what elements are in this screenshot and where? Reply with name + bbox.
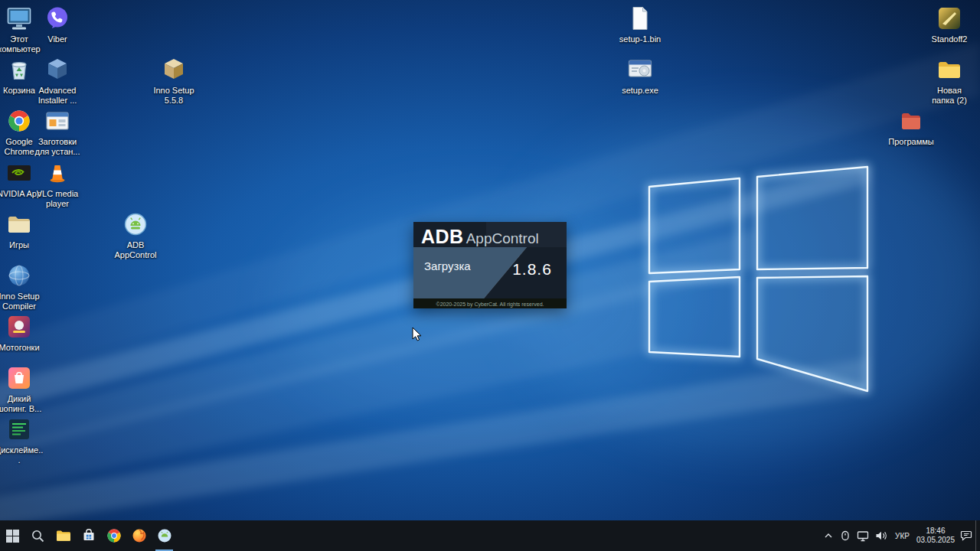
icon-label: Новая папка (2) <box>925 86 974 105</box>
desktop-icon-programs[interactable]: Программы <box>887 107 936 147</box>
windows-logo-icon <box>6 530 19 543</box>
icon-label: setup.exe <box>622 86 658 96</box>
adb-appcontrol-splash: ADBAppControl Загрузка 1.8.6 ©2020-2025 … <box>413 222 567 308</box>
show-desktop-button[interactable] <box>975 520 980 551</box>
file-explorer-button[interactable] <box>51 520 76 551</box>
light-folder-icon <box>5 210 33 238</box>
search-button[interactable] <box>25 520 51 551</box>
desktop-icon-zagotovki[interactable]: Заготовки для устан... <box>33 107 82 156</box>
icon-label: Мотогонки <box>0 343 40 353</box>
tray-overflow-button[interactable] <box>820 520 837 551</box>
green-text-file-icon <box>5 416 33 443</box>
icon-label: Программы <box>888 137 933 147</box>
desktop-icon-vlc[interactable]: VLC media player <box>33 159 82 208</box>
app-window-icon <box>44 107 71 135</box>
icon-label: Корзина <box>3 86 35 96</box>
desktop-icon-setup-exe[interactable]: setup.exe <box>616 56 665 96</box>
microsoft-store-button[interactable] <box>76 520 101 551</box>
document-icon <box>626 5 654 32</box>
chrome-icon <box>106 528 122 543</box>
network-button[interactable] <box>854 520 872 551</box>
desktop-icon-advanced-installer[interactable]: Advanced Installer ... <box>33 56 82 105</box>
volume-button[interactable] <box>872 520 890 551</box>
adb-appcontrol-icon <box>157 528 172 543</box>
desktop-icon-games[interactable]: Игры <box>0 210 44 250</box>
icon-label: Viber <box>47 34 67 44</box>
icon-label: VLC media player <box>33 189 82 208</box>
installer-icon <box>626 56 654 83</box>
recycle-bin-icon <box>5 56 33 83</box>
clock-date: 03.05.2025 <box>916 536 955 545</box>
shopping-game-icon <box>5 364 33 392</box>
vlc-cone-icon <box>44 159 71 187</box>
standoff2-icon <box>936 5 963 32</box>
chrome-taskbar-button[interactable] <box>101 520 126 551</box>
desktop-icon-new-folder-2[interactable]: Новая папка (2) <box>925 56 974 105</box>
splash-app-title: ADBAppControl <box>421 226 539 248</box>
splash-title-bold: ADB <box>421 226 464 247</box>
search-icon <box>31 530 44 543</box>
language-indicator[interactable]: УКР <box>890 532 914 540</box>
clock-time: 18:46 <box>926 527 945 536</box>
firefox-taskbar-button[interactable] <box>126 520 152 551</box>
mouse-icon <box>840 530 851 541</box>
start-button[interactable] <box>0 520 25 551</box>
desktop-icon-disclaimer[interactable]: Дисклейме... <box>0 416 44 465</box>
icon-label: Inno Setup Compiler <box>0 292 44 311</box>
desktop-icon-inno-setup-558[interactable]: Inno Setup 5.5.8 <box>149 56 198 105</box>
chrome-icon <box>5 107 33 135</box>
icon-label: Игры <box>9 240 29 250</box>
inno-setup-box-icon <box>160 56 188 83</box>
red-folder-icon <box>897 107 925 135</box>
racing-game-icon <box>5 313 33 341</box>
action-center-icon <box>960 530 972 542</box>
splash-loading-text: Загрузка <box>424 259 471 272</box>
action-center-button[interactable] <box>957 520 975 551</box>
inno-compiler-icon <box>5 262 33 289</box>
microsoft-store-icon <box>81 528 96 543</box>
splash-copyright: ©2020-2025 by CyberCat. All rights reser… <box>413 302 567 307</box>
desktop-icon-viber[interactable]: Viber <box>33 5 82 44</box>
desktop-icon-wild-shopping[interactable]: Дикий шопинг. В... <box>0 364 44 413</box>
icon-label: Inno Setup 5.5.8 <box>149 86 198 105</box>
speaker-icon <box>875 530 887 541</box>
icon-label: Заготовки для устан... <box>33 137 82 156</box>
icon-label: setup-1.bin <box>619 34 661 44</box>
desktop-icon-inno-setup-compiler[interactable]: Inno Setup Compiler <box>0 262 44 311</box>
adb-appcontrol-taskbar-button[interactable] <box>152 520 177 551</box>
icon-label: Advanced Installer ... <box>33 86 82 105</box>
network-icon <box>857 530 869 542</box>
splash-version: 1.8.6 <box>509 260 555 279</box>
desktop-icon-setup-1-bin[interactable]: setup-1.bin <box>616 5 665 44</box>
splash-title-rest: AppControl <box>466 230 539 246</box>
taskbar: УКР 18:46 03.05.2025 <box>0 520 980 551</box>
taskbar-pinned-apps <box>0 520 177 551</box>
this-pc-icon <box>5 5 33 32</box>
icon-label: Standoff2 <box>932 34 968 44</box>
adb-appcontrol-icon <box>122 210 149 238</box>
icon-label: ADB AppControl <box>111 240 160 259</box>
firefox-icon <box>132 528 147 543</box>
taskbar-clock[interactable]: 18:46 03.05.2025 <box>914 520 957 551</box>
viber-icon <box>44 5 71 32</box>
chevron-up-icon <box>823 530 834 541</box>
nvidia-icon <box>5 159 33 187</box>
system-tray: УКР 18:46 03.05.2025 <box>820 520 980 551</box>
folder-icon <box>936 56 963 83</box>
icon-label: Дикий шопинг. В... <box>0 394 44 413</box>
desktop-icon-standoff2[interactable]: Standoff2 <box>925 5 974 44</box>
file-explorer-icon <box>55 527 72 544</box>
advanced-installer-icon <box>44 56 71 83</box>
desktop-icon-adb-appcontrol[interactable]: ADB AppControl <box>111 210 160 259</box>
mouse-cursor <box>412 327 423 342</box>
icon-label: Дисклейме... <box>0 445 44 465</box>
tray-mouse-settings-button[interactable] <box>837 520 854 551</box>
desktop-icon-motogonki[interactable]: Мотогонки <box>0 313 44 353</box>
